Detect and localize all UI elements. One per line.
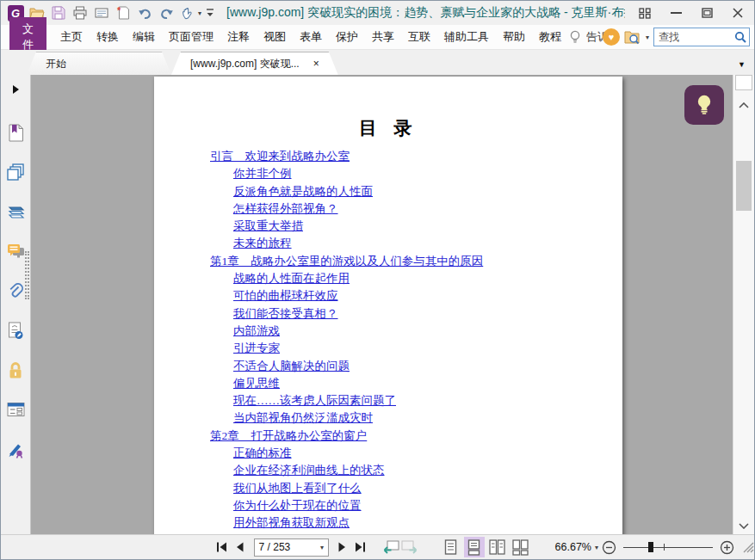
search-icon[interactable] [734, 31, 746, 43]
tab-document[interactable]: [www.j9p.com] 突破现... × [171, 52, 338, 75]
toc-link[interactable]: 可怕的曲棍球杆效应 [233, 289, 338, 302]
scrollbar-top-button[interactable] [735, 75, 752, 90]
toc-link[interactable]: 未来的旅程 [233, 237, 292, 249]
menu-item[interactable]: 教程 [532, 25, 568, 49]
previous-view-button[interactable] [381, 538, 399, 557]
security-panel-icon[interactable] [5, 360, 26, 380]
toc-link[interactable]: 第1章 战略办公室里的游戏以及人们参与其中的原因 [210, 255, 483, 268]
tab-start[interactable]: 开始 [27, 52, 171, 75]
articles-panel-icon[interactable] [5, 320, 26, 341]
minimize-button[interactable] [663, 4, 689, 22]
menu-item[interactable]: 保护 [329, 25, 365, 49]
undo-icon[interactable] [135, 3, 154, 22]
fields-panel-icon[interactable] [5, 399, 26, 420]
toc-link[interactable]: 内部游戏 [233, 324, 280, 337]
toc-link[interactable]: 你并非个例 [233, 167, 292, 180]
toc-link[interactable]: 怎样获得外部视角？ [233, 202, 338, 215]
zoom-slider-handle[interactable] [648, 542, 653, 552]
toc-link[interactable]: 偏见思维 [233, 377, 280, 390]
toggle-layout-icon[interactable] [632, 4, 658, 22]
zoom-controls: 66.67% ▾ [552, 540, 754, 555]
zoom-in-icon[interactable] [720, 540, 734, 555]
facing-mode-icon[interactable] [487, 537, 508, 557]
menu-item[interactable]: 互联 [401, 25, 437, 49]
toc-row: 第2章 打开战略办公室的窗户 [154, 428, 622, 445]
layers-panel-icon[interactable] [5, 201, 26, 222]
menu-item[interactable]: 辅助工具 [437, 25, 496, 49]
toc-link[interactable]: 引言 欢迎来到战略办公室 [210, 150, 350, 163]
resize-grip-icon[interactable] [743, 542, 754, 553]
next-page-button[interactable] [333, 538, 351, 557]
tab-close-icon[interactable]: × [313, 58, 319, 70]
vertical-scrollbar[interactable] [733, 75, 754, 534]
bookmarks-panel-icon[interactable] [5, 122, 26, 143]
toc-link[interactable]: 我们能否接受真相？ [233, 307, 338, 320]
customize-toolbar-icon[interactable] [204, 3, 216, 22]
attachments-panel-icon[interactable] [5, 280, 26, 301]
toc-link[interactable]: 现在……该考虑人际因素问题了 [233, 394, 396, 407]
close-button[interactable] [725, 4, 751, 22]
last-page-button[interactable] [351, 538, 369, 557]
toc-link[interactable]: 反派角色就是战略的人性面 [233, 185, 373, 198]
toc-link[interactable]: 用外部视角获取新观点 [233, 516, 350, 529]
hand-tool-icon[interactable] [178, 3, 197, 22]
zoom-out-icon[interactable] [602, 540, 616, 555]
toc-link[interactable]: 不适合人脑解决的问题 [233, 360, 350, 372]
menu-item[interactable]: 表单 [293, 25, 329, 49]
heart-icon[interactable]: ♥ [603, 28, 620, 46]
menu-item[interactable]: 主页 [53, 25, 90, 49]
hand-tool-caret[interactable]: ▾ [198, 9, 201, 17]
toc-link[interactable]: 第2章 打开战略办公室的窗户 [210, 429, 367, 442]
toc-link[interactable]: 企业在经济利润曲线上的状态 [233, 464, 385, 477]
document-area[interactable]: 目 录 引言 欢迎来到战略办公室你并非个例反派角色就是战略的人性面怎样获得外部视… [31, 75, 733, 534]
toc-row: 正确的标准 [154, 445, 622, 462]
pages-panel-icon[interactable] [5, 162, 26, 182]
menu-item[interactable]: 帮助 [496, 25, 532, 49]
menu-item[interactable]: 共享 [365, 25, 401, 49]
assistant-bulb-button[interactable] [684, 85, 724, 125]
maximize-button[interactable] [694, 4, 720, 22]
toc-link[interactable]: 采取重大举措 [233, 219, 303, 232]
create-pdf-icon[interactable]: * [114, 3, 133, 22]
sidebar-drag-handle[interactable] [25, 251, 29, 299]
menu-item[interactable]: 注释 [220, 25, 257, 49]
toc-link[interactable]: 战略的人性面在起作用 [233, 272, 350, 285]
prev-page-button[interactable] [231, 538, 249, 557]
toc-link[interactable]: 引进专家 [233, 342, 280, 354]
toc-link[interactable]: 我们从地图上看到了什么 [233, 482, 362, 495]
search-input[interactable] [659, 31, 734, 43]
menu-item[interactable]: 视图 [257, 25, 293, 49]
tab-list-caret-icon[interactable]: ▼ [738, 60, 746, 69]
signatures-panel-icon[interactable] [5, 439, 26, 459]
zoom-level-value[interactable]: 66.67% [552, 541, 591, 553]
page-number-combo[interactable]: 7 / 253 ▾ [254, 538, 329, 557]
print-icon[interactable] [71, 3, 90, 22]
continuous-mode-icon[interactable] [464, 537, 485, 557]
zoom-level-caret[interactable]: ▾ [595, 544, 598, 551]
toc-link[interactable]: 正确的标准 [233, 446, 292, 459]
save-icon[interactable] [49, 3, 68, 22]
next-view-button[interactable] [400, 538, 418, 557]
email-icon[interactable] [92, 3, 111, 22]
tell-me-bulb-icon[interactable] [568, 29, 582, 45]
comments-panel-icon[interactable] [5, 241, 26, 262]
scrollbar-thumb[interactable] [736, 161, 752, 211]
zoom-slider[interactable] [623, 541, 713, 553]
single-page-mode-icon[interactable] [441, 537, 461, 557]
toc-link[interactable]: 你为什么处于现在的位置 [233, 499, 362, 512]
sidebar-expand-icon[interactable] [5, 79, 26, 100]
continuous-facing-mode-icon[interactable] [511, 537, 531, 557]
scroll-up-icon[interactable] [733, 102, 754, 108]
scroll-down-icon[interactable] [733, 523, 754, 529]
toc-link[interactable]: 当内部视角仍然泛滥成灾时 [233, 411, 373, 424]
menu-item[interactable]: 编辑 [126, 25, 162, 49]
first-page-button[interactable] [213, 538, 231, 557]
menu-item[interactable]: 页面管理 [162, 25, 220, 49]
tab-bar: 开始 [www.j9p.com] 突破现... × ▼ [1, 50, 754, 75]
window-controls [632, 4, 751, 22]
search-folder-icon[interactable] [624, 30, 641, 45]
toc-row: 未来的旅程 [154, 235, 622, 252]
redo-icon[interactable] [157, 3, 176, 22]
search-folder-caret[interactable]: ▾ [646, 34, 649, 41]
menu-item[interactable]: 转换 [90, 25, 126, 49]
